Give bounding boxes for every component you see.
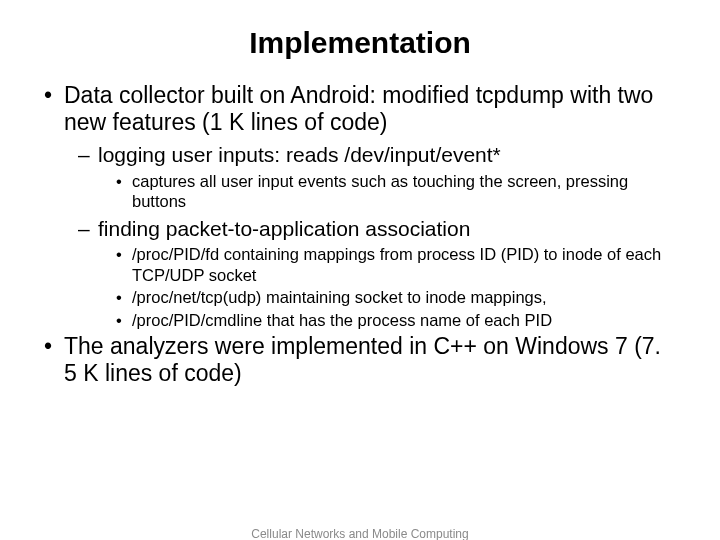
slide-title: Implementation <box>0 26 720 60</box>
bullet-lvl2: logging user inputs: reads /dev/input/ev… <box>40 142 680 168</box>
bullet-lvl3: /proc/PID/fd containing mappings from pr… <box>40 244 680 285</box>
bullet-lvl3: /proc/PID/cmdline that has the process n… <box>40 310 680 331</box>
bullet-lvl2: finding packet-to-application associatio… <box>40 216 680 242</box>
bullet-lvl3: captures all user input events such as t… <box>40 171 680 212</box>
slide-content: Data collector built on Android: modifie… <box>0 82 720 387</box>
footer-center-line1: Cellular Networks and Mobile Computing <box>251 527 468 540</box>
bullet-lvl3: /proc/net/tcp(udp) maintaining socket to… <box>40 287 680 308</box>
bullet-lvl1: The analyzers were implemented in C++ on… <box>40 333 680 387</box>
slide-footer: 3/24/14 Cellular Networks and Mobile Com… <box>0 527 720 540</box>
slide: Implementation Data collector built on A… <box>0 26 720 540</box>
bullet-lvl1: Data collector built on Android: modifie… <box>40 82 680 136</box>
footer-center: Cellular Networks and Mobile Computing (… <box>0 527 720 540</box>
